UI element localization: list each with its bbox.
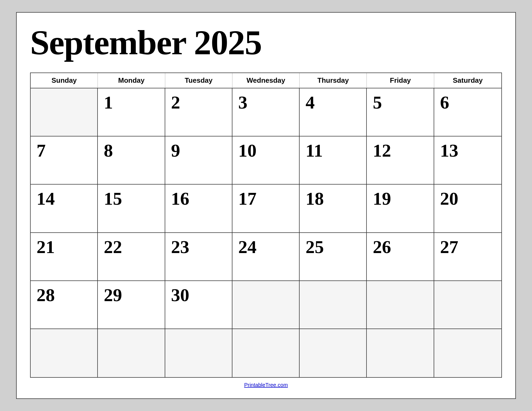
day-cell: 16: [165, 185, 232, 232]
day-cell: [434, 281, 501, 329]
day-cell: 12: [367, 136, 434, 184]
week-row: 282930: [31, 281, 501, 329]
day-cell: 1: [98, 88, 165, 136]
calendar-grid: SundayMondayTuesdayWednesdayThursdayFrid…: [30, 73, 502, 378]
day-number: 13: [440, 141, 458, 160]
day-cell: 11: [300, 136, 367, 184]
day-number: 4: [305, 93, 315, 111]
day-number: 5: [373, 93, 382, 111]
day-cell: 29: [98, 281, 165, 329]
day-cell: 26: [367, 233, 434, 280]
day-cell: 24: [232, 233, 300, 280]
day-cell: [98, 329, 165, 377]
day-number: 12: [373, 141, 391, 160]
day-cell: 4: [300, 88, 367, 136]
day-header: Sunday: [31, 73, 98, 88]
day-cell: 13: [434, 136, 501, 184]
day-cell: [232, 281, 300, 329]
calendar-page: September 2025 SundayMondayTuesdayWednes…: [16, 12, 516, 399]
day-number: 21: [37, 238, 55, 256]
week-row: 21222324252627: [31, 233, 501, 281]
day-number: 16: [171, 189, 189, 208]
day-number: 30: [171, 286, 189, 304]
day-header: Saturday: [434, 73, 501, 88]
day-number: 11: [305, 141, 323, 160]
day-cell: 10: [232, 136, 300, 184]
day-cell: [367, 329, 434, 377]
day-cell: 6: [434, 88, 501, 136]
day-cell: [31, 88, 98, 136]
day-cell: [300, 329, 367, 377]
day-cell: [367, 281, 434, 329]
day-number: 29: [104, 286, 122, 304]
calendar-weeks: 1234567891011121314151617181920212223242…: [31, 88, 501, 377]
day-header: Monday: [98, 73, 165, 88]
day-number: 19: [373, 189, 391, 208]
day-number: 26: [373, 238, 391, 256]
day-cell: 3: [232, 88, 300, 136]
day-number: 25: [305, 238, 324, 256]
week-row: [31, 329, 501, 377]
day-cell: [232, 329, 300, 377]
day-cell: 22: [98, 233, 165, 280]
day-cell: 2: [165, 88, 232, 136]
day-cell: 14: [31, 185, 98, 232]
day-cell: 21: [31, 233, 98, 280]
day-number: 1: [104, 93, 113, 111]
day-cell: 7: [31, 136, 98, 184]
day-number: 15: [104, 189, 122, 208]
day-cell: 20: [434, 185, 501, 232]
calendar-title: September 2025: [30, 23, 502, 62]
day-cell: 15: [98, 185, 165, 232]
day-number: 17: [238, 189, 257, 208]
day-header: Friday: [367, 73, 434, 88]
day-number: 23: [171, 238, 189, 256]
day-number: 6: [440, 93, 449, 111]
day-number: 28: [37, 286, 55, 304]
day-cell: [300, 281, 367, 329]
day-number: 8: [104, 141, 113, 160]
day-header: Wednesday: [232, 73, 300, 88]
day-cell: 30: [165, 281, 232, 329]
footer-link[interactable]: PrintableTree.com: [244, 382, 288, 388]
day-cell: [31, 329, 98, 377]
day-cell: 25: [300, 233, 367, 280]
day-cell: 23: [165, 233, 232, 280]
day-cell: 9: [165, 136, 232, 184]
day-headers-row: SundayMondayTuesdayWednesdayThursdayFrid…: [31, 73, 501, 88]
day-cell: 27: [434, 233, 501, 280]
week-row: 123456: [31, 88, 501, 136]
day-header: Thursday: [300, 73, 367, 88]
day-number: 3: [238, 93, 247, 111]
day-cell: [434, 329, 501, 377]
day-cell: 8: [98, 136, 165, 184]
day-number: 14: [37, 189, 55, 208]
week-row: 78910111213: [31, 136, 501, 185]
day-number: 27: [440, 238, 458, 256]
day-number: 2: [171, 93, 180, 111]
day-header: Tuesday: [165, 73, 232, 88]
day-cell: [165, 329, 232, 377]
day-number: 7: [37, 141, 46, 160]
day-number: 9: [171, 141, 180, 160]
day-cell: 18: [300, 185, 367, 232]
day-number: 22: [104, 238, 122, 256]
day-number: 20: [440, 189, 458, 208]
day-number: 24: [238, 238, 257, 256]
day-number: 18: [305, 189, 324, 208]
day-number: 10: [238, 141, 257, 160]
day-cell: 19: [367, 185, 434, 232]
day-cell: 28: [31, 281, 98, 329]
day-cell: 17: [232, 185, 300, 232]
footer: PrintableTree.com: [30, 378, 502, 390]
week-row: 14151617181920: [31, 185, 501, 233]
day-cell: 5: [367, 88, 434, 136]
